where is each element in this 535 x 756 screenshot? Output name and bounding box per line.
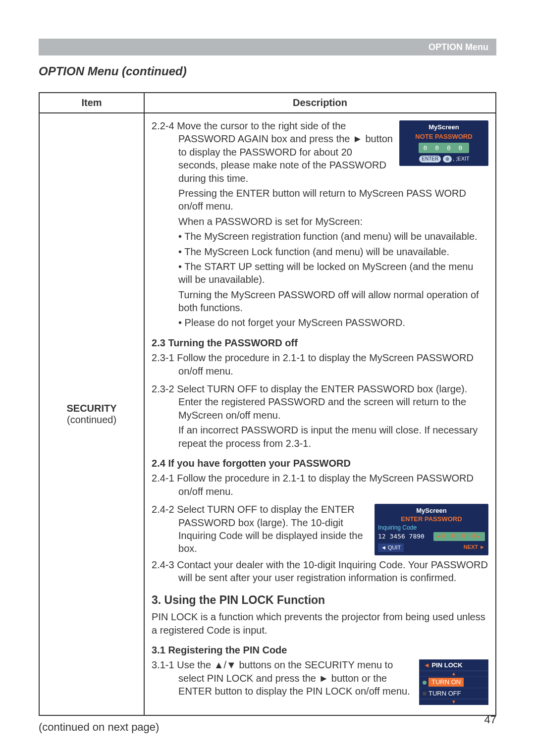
- osd-enter-pwd: ◄0 0 0 0►: [433, 532, 485, 541]
- exit-pill: ⊕: [443, 156, 452, 162]
- osd-enter-title: MyScreen: [378, 506, 485, 515]
- p-2-2-4c: When a PASSWORD is set for MyScreen:: [178, 215, 488, 228]
- osd-note-pwd: 0 0 0 0: [419, 143, 470, 153]
- item-sub: (continued): [40, 414, 144, 426]
- option-table: Item Description SECURITY (continued) My…: [39, 92, 496, 716]
- osd-pin-title: ◄ PIN LOCK: [419, 659, 488, 671]
- p-2-2-4d: Turning the MyScreen PASSWORD off will a…: [178, 288, 488, 315]
- p-2-2-4b: Pressing the ENTER button will return to…: [178, 187, 488, 213]
- item-cell: SECURITY (continued): [39, 113, 144, 715]
- osd-pin-on: TURN ON: [419, 677, 488, 688]
- header-bar: OPTION Menu: [39, 39, 496, 55]
- osd-enter-quit: ◄ QUIT: [378, 543, 404, 552]
- p-2-4-1: 2.4-1 Follow the procedure in 2.1-1 to d…: [178, 472, 488, 498]
- osd-note-title: MyScreen: [402, 123, 486, 131]
- bullet-1: • The MyScreen registration function (an…: [178, 230, 488, 243]
- osd-note-subtitle: NOTE PASSWORD: [402, 132, 486, 141]
- header-label: OPTION Menu: [428, 42, 488, 53]
- th-item: Item: [39, 93, 144, 113]
- osd-note-hint: ENTER⊕, ;EXIT: [402, 155, 486, 162]
- bullet-3: • The START UP setting will be locked on…: [178, 260, 488, 286]
- h-3: 3. Using the PIN LOCK Function: [152, 593, 488, 607]
- bullet-4: • Please do not forget your MyScreen PAS…: [178, 316, 488, 329]
- osd-pin-arrow-down: ▼: [419, 699, 488, 705]
- osd-pin-lock: ◄ PIN LOCK ▲ TURN ON TURN OFF ▼: [419, 659, 488, 704]
- osd-enter-inq-code: 12 3456 7890: [378, 533, 425, 540]
- p-2-3-2b: If an incorrect PASSWORD is input the me…: [178, 424, 488, 450]
- page-number: 47: [484, 713, 496, 726]
- p-2-3-2: 2.3-2 Select TURN OFF to display the ENT…: [178, 382, 488, 422]
- p-3: PIN LOCK is a function which prevents th…: [152, 610, 488, 637]
- description-cell: MyScreen NOTE PASSWORD 0 0 0 0 ENTER⊕, ;…: [144, 113, 496, 715]
- continued-note: (continued on next page): [39, 721, 496, 734]
- osd-enter-next: NEXT ►: [464, 543, 485, 552]
- osd-enter-inq-label: Inquiring Code: [378, 524, 485, 532]
- osd-pin-off: TURN OFF: [419, 688, 488, 699]
- section-title: OPTION Menu (continued): [39, 64, 496, 78]
- enter-pill: ENTER: [419, 156, 441, 162]
- osd-enter-password: MyScreen ENTER PASSWORD Inquiring Code 1…: [374, 504, 488, 555]
- p-2-4-3: 2.4-3 Contact your dealer with the 10-di…: [178, 558, 488, 585]
- th-desc: Description: [144, 93, 496, 113]
- item-title: SECURITY: [40, 403, 144, 414]
- h-2-4: 2.4 If you have forgotten your PASSWORD: [152, 457, 488, 470]
- h-3-1: 3.1 Registering the PIN Code: [152, 644, 488, 656]
- osd-note-password: MyScreen NOTE PASSWORD 0 0 0 0 ENTER⊕, ;…: [399, 120, 488, 166]
- p-2-3-1: 2.3-1 Follow the procedure in 2.1-1 to d…: [178, 351, 488, 378]
- bullet-2: • The MyScreen Lock function (and menu) …: [178, 245, 488, 258]
- osd-enter-subtitle: ENTER PASSWORD: [378, 515, 485, 523]
- osd-pin-arrow-up: ▲: [419, 671, 488, 677]
- h-2-3: 2.3 Turning the PASSWORD off: [152, 336, 488, 349]
